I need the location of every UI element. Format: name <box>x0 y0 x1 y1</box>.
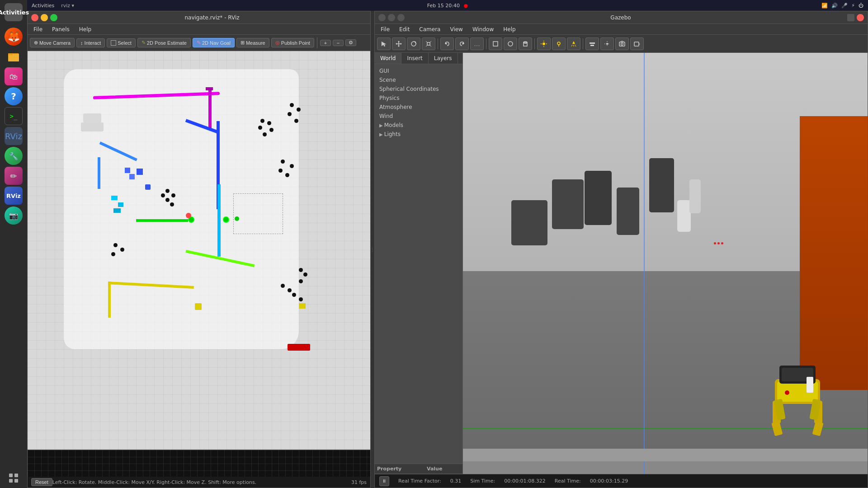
gz-statusbar: ⏸ Real Time Factor: 0.31 Sim Time: 00:00… <box>375 474 868 488</box>
taskbar-camera[interactable]: 📷 <box>5 206 23 225</box>
gz-sphere-btn[interactable] <box>504 38 517 50</box>
gz-menu-file[interactable]: File <box>377 25 393 33</box>
interact-btn[interactable]: ↕ Interact <box>76 38 105 47</box>
system-top-bar: Activities rviz ▾ Feb 15 20:40 ● 📶 🔊 🎤 ⚡… <box>27 0 868 11</box>
tree-spherical[interactable]: Spherical Coordinates <box>377 84 460 94</box>
gz-menu-help[interactable]: Help <box>500 25 519 33</box>
gz-redo-btn[interactable] <box>455 38 469 50</box>
rviz-menubar: File Panels Help <box>28 24 370 35</box>
tree-atmosphere[interactable]: Atmosphere <box>377 103 460 112</box>
svg-line-19 <box>430 45 431 47</box>
gz-sep1 <box>438 38 438 49</box>
gazebo-min-btn[interactable] <box>388 14 395 21</box>
gz-pause-btn[interactable]: ⏸ <box>379 476 389 486</box>
tree-models[interactable]: ▶ Models <box>377 121 460 130</box>
taskbar-help[interactable]: ? <box>5 87 23 105</box>
rviz-window: navigate.rviz* - RViz File Panels Help ⊕… <box>27 11 371 488</box>
gz-menu-edit[interactable]: Edit <box>396 25 413 33</box>
rviz-app-label[interactable]: rviz ▾ <box>61 3 74 9</box>
gz-close-btn[interactable] <box>857 14 864 21</box>
taskbar-rviz-logo[interactable]: RViz <box>5 187 23 205</box>
gz-point-light-btn[interactable] <box>552 38 566 50</box>
tree-gui[interactable]: GUI <box>377 66 460 75</box>
pose-estimate-btn[interactable]: ✎ 2D Pose Estimate <box>137 38 191 47</box>
taskbar-files[interactable] <box>5 47 23 66</box>
taskbar-terminal[interactable]: >_ <box>5 107 23 125</box>
rviz-menu-panels[interactable]: Panels <box>48 25 73 33</box>
tree-scene[interactable]: Scene <box>377 75 460 84</box>
gz-3d-viewport[interactable] <box>463 53 868 474</box>
rviz-title: navigate.rviz* - RViz <box>57 14 367 21</box>
toolbar-settings-btn[interactable]: ⚙ <box>345 39 356 46</box>
gz-rotate-tool[interactable] <box>407 38 420 50</box>
tree-physics[interactable]: Physics <box>377 94 460 103</box>
gz-snap-btn[interactable] <box>600 38 614 50</box>
robot-marker <box>186 213 191 218</box>
gz-white-robot2 <box>689 179 701 213</box>
world-tab-insert[interactable]: Insert <box>401 53 428 64</box>
gz-sun-light-btn[interactable] <box>537 38 551 50</box>
taskbar-firefox[interactable]: 🦊 <box>5 28 23 46</box>
gz-menu-window[interactable]: Window <box>469 25 497 33</box>
zoom-in-btn[interactable]: + <box>320 40 331 46</box>
select-btn[interactable]: Select <box>107 38 136 47</box>
nav-arrow-magenta <box>208 87 212 130</box>
gz-sensor-dots <box>714 242 723 244</box>
gz-restore-btn[interactable] <box>847 14 854 21</box>
power-icon[interactable]: ⏻ <box>859 3 863 9</box>
gz-translate-tool[interactable] <box>392 38 406 50</box>
rviz-menu-help[interactable]: Help <box>75 25 95 33</box>
taskbar-pen[interactable]: ✏ <box>5 167 23 185</box>
gz-box-btn[interactable] <box>489 38 502 50</box>
move-camera-icon: ⊕ <box>34 40 38 46</box>
rviz-viewport[interactable] <box>28 51 370 450</box>
rviz-max-btn[interactable] <box>50 14 57 21</box>
svg-marker-11 <box>396 43 397 45</box>
gz-undo-btn[interactable] <box>440 38 454 50</box>
main-area: navigate.rviz* - RViz File Panels Help ⊕… <box>27 11 868 488</box>
gz-floor <box>463 449 868 461</box>
gz-record-btn[interactable] <box>630 38 644 50</box>
gz-extra-btn[interactable]: … <box>470 38 484 50</box>
taskbar-store[interactable]: 🛍 <box>5 67 23 85</box>
gz-cylinder-btn[interactable] <box>519 38 532 50</box>
taskbar-activities[interactable]: Activities <box>5 3 23 21</box>
tree-wind[interactable]: Wind <box>377 112 460 121</box>
zoom-out-btn[interactable]: − <box>333 40 344 46</box>
taskbar-dev-tool[interactable]: 🔧 <box>5 147 23 165</box>
rviz-close-btn[interactable] <box>31 14 38 21</box>
measure-btn[interactable]: ⊞ Measure <box>236 38 269 47</box>
publish-point-btn[interactable]: ◎ Publish Point <box>271 38 314 47</box>
gazebo-titlebar: Gazebo <box>375 11 868 24</box>
gz-scale-tool[interactable] <box>422 38 435 50</box>
taskbar-rviz[interactable]: RViz <box>5 127 23 145</box>
gazebo-close-btn[interactable] <box>378 14 386 21</box>
window-splitter[interactable]: ⋮ <box>371 11 374 488</box>
obstacles-3 <box>159 187 186 214</box>
nav-goal-btn[interactable]: ✎ 2D Nav Goal <box>193 38 235 47</box>
reset-btn[interactable]: Reset <box>31 478 52 486</box>
gz-align-btn[interactable] <box>585 38 599 50</box>
world-tab-world[interactable]: World <box>375 53 401 64</box>
taskbar-apps[interactable] <box>5 469 23 487</box>
obstacles-2 <box>276 160 303 182</box>
gz-menu-camera[interactable]: Camera <box>415 25 444 33</box>
gz-spot-light-btn[interactable] <box>567 38 580 50</box>
gz-select-tool[interactable] <box>377 38 391 50</box>
rviz-min-btn[interactable] <box>41 14 48 21</box>
svg-marker-9 <box>398 41 400 42</box>
gz-menu-view[interactable]: View <box>446 25 466 33</box>
activities-label[interactable]: Activities <box>32 3 54 9</box>
gz-cylinder2 <box>552 179 584 229</box>
rviz-titlebar: navigate.rviz* - RViz <box>28 11 370 24</box>
gazebo-max-btn[interactable] <box>397 14 405 21</box>
tree-lights[interactable]: ▶ Lights <box>377 130 460 139</box>
svg-rect-6 <box>14 479 18 483</box>
pose-icon: ✎ <box>142 40 146 46</box>
rviz-menu-file[interactable]: File <box>30 25 46 33</box>
gz-screenshot-btn[interactable] <box>615 38 629 50</box>
world-tab-layers[interactable]: Layers <box>429 53 458 64</box>
mic-icon: 🎤 <box>841 3 848 9</box>
move-camera-btn[interactable]: ⊕ Move Camera <box>30 38 75 47</box>
gz-yellow-robot <box>748 347 847 453</box>
